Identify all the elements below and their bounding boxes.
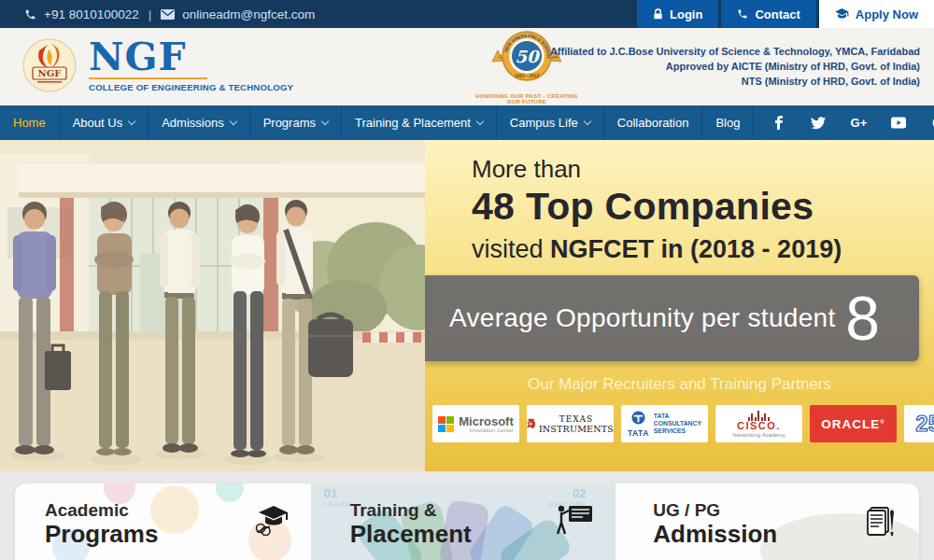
nav-label: Home [13,116,46,130]
ti-line2: INSTRUMENTS [539,424,614,434]
card-academic-programs[interactable]: Academic Programs [15,483,311,560]
ngfcet-homepage: +91 8010100022 | onlineadm@ngfcet.com Lo… [0,0,934,560]
cisco-logo: CISCO. Networking Academy [715,405,802,442]
brand-text: NGF COLLEGE OF ENGINEERING & TECHNOLOGY [89,38,293,92]
mail-icon [161,9,175,20]
nav-item-about-us[interactable]: About Us [60,105,149,140]
hero-line3-pre: visited [472,235,544,263]
hero-section: More than 48 Top Companies visited NGFCE… [0,140,934,471]
stat-value: 8 [845,287,880,349]
ti-line1: TEXAS [539,414,614,424]
nav-item-programs[interactable]: Programs [250,105,342,140]
contact-info: +91 8010100022 | onlineadm@ngfcet.com [0,0,315,28]
nav-label: Campus Life [510,116,578,130]
nav-label: Training & Placement [355,116,471,130]
login-button[interactable]: Login [637,0,718,28]
brand-tagline: COLLEGE OF ENGINEERING & TECHNOLOGY [89,82,293,92]
nav-label: Admissions [162,116,223,130]
card-ug-pg-admission[interactable]: UG / PG Admission [616,483,919,560]
facebook-icon[interactable] [771,116,785,131]
application-form-icon [865,504,897,538]
topbar-email[interactable]: onlineadm@ngfcet.com [182,7,315,21]
hero-placement-panel: More than 48 Top Companies visited NGFCE… [425,140,934,471]
chevron-down-icon [476,117,484,124]
apply-now-button[interactable]: Apply Now [819,0,934,28]
microsoft-name: Microsoft [459,415,514,427]
phone-icon [737,8,748,20]
nav-item-campus-life[interactable]: Campus Life [497,105,604,140]
hero-line1: More than [472,155,934,183]
svg-text:1962 - 2012: 1962 - 2012 [515,73,540,78]
nav-item-training-placement[interactable]: Training & Placement [342,105,497,140]
brand-logo[interactable]: NGF NGF COLLEGE OF ENGINEERING & TECHNOL… [22,38,293,92]
apply-label: Apply Now [856,7,918,21]
nav-label: About Us [73,116,122,130]
affiliation-line: NTS (Ministry of HRD, Govt. of India) [550,74,920,89]
microsoft-squares-icon [438,416,454,432]
recruiters-heading: Our Major Recruiters and Training Partne… [425,375,934,394]
phone-icon [24,8,36,21]
youtube-icon[interactable] [891,116,906,131]
nav-label: Blog [715,116,740,130]
oracle-reg: ® [880,418,884,424]
topbar-separator: | [149,7,152,21]
presenter-board-icon [556,504,593,536]
nav-label: Programs [263,116,316,130]
chevron-down-icon [229,117,236,124]
contact-button[interactable]: Contact [721,0,815,28]
twitter-icon[interactable] [811,116,826,131]
nokia-25-icon: 25 [915,413,934,435]
tcs-line2: CONSULTANCY [654,420,701,427]
quick-links-section: Academic Programs 01LEARN 02EXPLORE [0,471,934,560]
main-nav: Home About Us Admissions Programs Traini… [0,105,934,140]
cisco-bars-icon [732,411,785,421]
nokia-logo: 25 Nokia Res Innovations. Th [904,405,934,442]
hero-line3: visited NGFCET in (2018 - 2019) [472,231,934,267]
campus-photo-illustration [0,140,425,471]
lock-icon [653,8,663,20]
topbar: +91 8010100022 | onlineadm@ngfcet.com Lo… [0,0,934,28]
brand-name: NGF [89,38,293,76]
recruiter-logos: Microsoft Innovation Center ti TEXAS INS… [425,405,934,442]
hero-line3-year: (2018 - 2019) [690,235,842,263]
svg-text:NGF: NGF [38,68,62,78]
nav-item-collaboration[interactable]: Collaboration [604,105,703,140]
masthead: NGF NGF COLLEGE OF ENGINEERING & TECHNOL… [0,28,934,105]
social-links: G+ [754,105,934,140]
microsoft-logo: Microsoft Innovation Center [432,405,519,442]
nav-item-home[interactable]: Home [0,105,60,140]
svg-text:ti: ti [530,422,532,427]
students-campus-photo [0,140,425,471]
opportunity-stat-band: Average Opportunity per student 8 [425,275,919,361]
tcs-logo: TATA TATA CONSULTANCY SERVICES [621,405,708,442]
nav-item-blog[interactable]: Blog [702,105,754,140]
chevron-down-icon [584,117,591,124]
topbar-phone: +91 8010100022 [44,7,139,21]
contact-label: Contact [755,7,800,21]
stat-label: Average Opportunity per student [449,303,835,333]
bg-step-01: 01LEARN [324,488,351,511]
affiliation-line: Affiliated to J.C.Bose University of Sci… [550,44,920,59]
tcs-line1: TATA [654,413,701,420]
tcs-line3: SERVICES [654,427,701,435]
affiliation-line: Approved by AICTE (Ministry of HRD, Govt… [550,59,920,74]
quick-links-panel: Academic Programs 01LEARN 02EXPLORE [15,483,919,560]
jubilee-motto: HONORING OUR PAST - CREATING OUR FUTURE [473,93,581,105]
hero-line3-mid: NGFCET in [550,235,684,263]
texas-instruments-logo: ti TEXAS INSTRUMENTS [527,405,614,442]
topbar-actions: Login Contact Apply Now [637,0,934,28]
hero-line2: 48 Top Companies [472,183,934,230]
svg-text:50: 50 [515,47,541,66]
oracle-logo: ORACLE® [810,405,897,442]
chevron-down-icon [321,117,329,124]
nav-label: Collaboration [617,116,689,130]
tata-word: TATA [628,428,649,438]
google-plus-icon[interactable]: G+ [851,116,866,131]
ngf-seal-icon: NGF [22,38,77,92]
nav-item-admissions[interactable]: Admissions [149,105,249,140]
card-training-placement[interactable]: 01LEARN 02EXPLORE Training & Placement [311,483,616,560]
ti-mark-icon: ti [527,415,535,432]
cisco-sub: Networking Academy [732,432,785,438]
login-label: Login [670,7,702,21]
hero-copy: More than 48 Top Companies visited NGFCE… [425,140,934,267]
